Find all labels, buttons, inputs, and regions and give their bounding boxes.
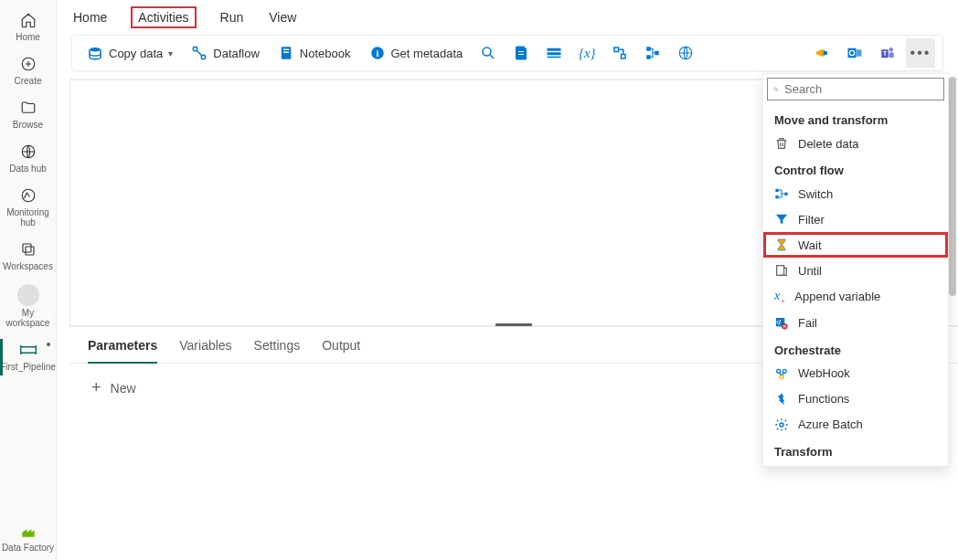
tab-view[interactable]: View [267,5,298,30]
more-activities-button[interactable]: ••• [906,38,935,68]
variable-icon: {x} [579,46,596,61]
workspaces-icon [19,240,37,259]
nav-create-label: Create [14,76,41,86]
item-until[interactable]: Until [763,258,948,283]
script-icon [514,45,528,61]
hourglass-icon [774,238,789,252]
notebook-button[interactable]: Notebook [271,41,358,65]
svg-rect-4 [26,247,34,255]
nav-workspaces-label: Workspaces [3,261,53,271]
svg-rect-5 [20,347,36,354]
script-button[interactable] [506,38,536,68]
lookup-button[interactable] [474,38,503,68]
nav-monitoring-label: Monitoring hub [0,207,56,227]
svg-rect-29 [889,52,894,58]
panel-resize-handle[interactable] [495,323,532,326]
activities-dropdown: Move and transform Delete data Control f… [762,73,949,467]
nav-pipeline[interactable]: First_Pipeline [0,335,56,379]
nav-datafactory-label: Data Factory [2,543,54,553]
filter-icon [774,212,789,227]
item-delete-data[interactable]: Delete data [763,131,948,156]
tab-run[interactable]: Run [218,5,246,30]
foreach-icon [612,45,628,61]
svg-rect-10 [283,49,289,51]
item-append-variable[interactable]: x+ Append variable [763,283,948,311]
nav-pipeline-label: First_Pipeline [0,362,56,372]
trash-icon [774,136,789,151]
tab-activities[interactable]: Activities [131,6,196,28]
item-filter[interactable]: Filter [763,206,948,232]
svg-point-41 [780,423,783,427]
left-navigation-rail: Home Create Browse Data hub Monitoring h… [0,0,57,560]
nav-browse[interactable]: Browse [0,93,56,137]
item-azure-batch[interactable]: Azure Batch [763,412,948,438]
activities-search[interactable] [767,78,944,100]
office365-button[interactable] [840,38,869,68]
dataflow-button[interactable]: Dataflow [184,41,267,65]
svg-point-14 [483,48,491,56]
svg-rect-17 [548,57,561,58]
chevron-down-icon: ▾ [168,48,173,58]
activities-search-input[interactable] [784,82,938,96]
nav-home[interactable]: Home [0,5,56,49]
nav-datahub[interactable]: Data hub [0,137,56,181]
svg-rect-33 [775,195,778,198]
item-fail[interactable]: Fail [763,311,948,336]
nav-browse-label: Browse [13,120,43,130]
nav-myworkspace[interactable]: My workspace [0,279,56,335]
svg-point-40 [780,375,783,378]
datahub-icon [19,143,37,161]
nav-home-label: Home [16,32,40,42]
set-variable-button[interactable]: {x} [572,38,601,68]
activities-toolbar: Copy data ▾ Dataflow Notebook i Get meta… [71,35,943,71]
svg-point-28 [889,48,894,52]
gear-icon [774,417,789,432]
search-icon [773,83,779,96]
until-icon [774,263,789,278]
web-button[interactable] [671,38,700,68]
nav-datahub-label: Data hub [9,164,47,174]
tab-parameters[interactable]: Parameters [88,338,157,364]
nav-myworkspace-label: My workspace [0,308,56,328]
svg-rect-22 [655,51,660,56]
svg-rect-21 [647,55,652,59]
svg-rect-32 [775,189,778,192]
svg-point-6 [90,48,101,52]
pipeline-icon [19,341,37,359]
home-icon [19,11,37,29]
main-area: Home Activities Run View Copy data ▾ Dat… [57,0,958,560]
item-switch[interactable]: Switch [763,181,948,206]
nav-create[interactable]: Create [0,49,56,93]
copy-data-button[interactable]: Copy data ▾ [80,41,180,65]
folder-icon [19,99,37,117]
item-webhook[interactable]: WebHook [763,361,948,386]
svg-rect-18 [614,48,619,52]
section-orchestrate: Orchestrate [763,336,948,361]
tab-home[interactable]: Home [71,5,109,30]
notebook-icon [278,45,294,61]
switch-icon [774,186,789,201]
tab-variables[interactable]: Variables [179,338,231,363]
svg-point-31 [774,88,777,90]
megaphone-icon [814,45,830,61]
tab-output[interactable]: Output [322,338,360,363]
plus-icon: + [91,378,101,397]
foreach-button[interactable] [605,38,634,68]
nav-datafactory[interactable]: Data Factory [0,516,56,560]
nav-monitoring[interactable]: Monitoring hub [0,181,56,235]
append-variable-icon: x+ [774,289,785,305]
item-functions[interactable]: Functions [763,386,948,412]
get-metadata-button[interactable]: i Get metadata [362,41,471,65]
outlook-icon [846,45,863,61]
if-button[interactable] [638,38,667,68]
svg-rect-35 [777,266,784,276]
invoke-pipeline-button[interactable] [807,38,836,68]
workspace-avatar-icon [17,284,39,306]
svg-rect-3 [23,244,31,252]
datafactory-icon [19,522,37,540]
tab-settings[interactable]: Settings [254,338,301,363]
stored-proc-button[interactable] [539,38,569,68]
teams-button[interactable]: T [873,38,902,68]
item-wait[interactable]: Wait [763,232,948,258]
nav-workspaces[interactable]: Workspaces [0,235,56,279]
